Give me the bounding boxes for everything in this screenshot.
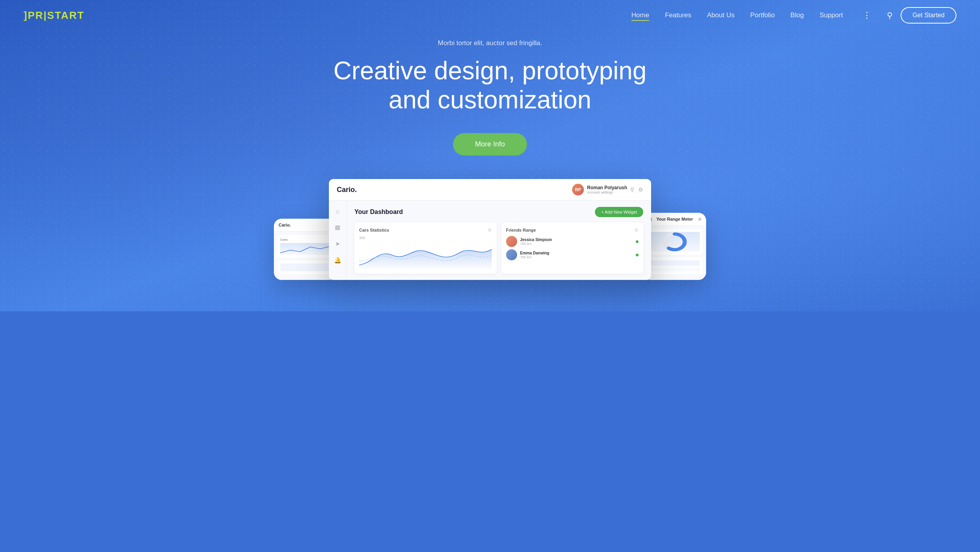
phone-left-card2 (277, 260, 334, 274)
dashboard-user: RP Roman Polyarush Account settings ⚲ ⚙ (572, 184, 643, 196)
dashboard-logo: Cario. (337, 186, 357, 194)
nav-item-portfolio[interactable]: Portfolio (750, 11, 774, 19)
dashboard-username: Roman Polyarush (587, 185, 627, 190)
phone-right-menu-icon: ≡ (698, 216, 701, 222)
cars-card-title: Cars Statistics (359, 228, 389, 232)
emma-name: Emma Danwing (520, 251, 549, 255)
more-info-button[interactable]: More Info (453, 133, 527, 155)
nav-link-features[interactable]: Features (665, 11, 691, 19)
dashboard-avatar: RP (572, 184, 584, 196)
dashboard-icons: ⚲ ⚙ (630, 186, 643, 193)
phone-left-header: Cario. ≡ (274, 219, 337, 232)
add-widget-button[interactable]: + Add New Widget (595, 207, 643, 217)
dashboard-preview: Cario. ≡ Cario. Cari (0, 179, 980, 280)
phone-right: ◁ Your Range Meter ≡ (643, 213, 706, 280)
phone-left-body: Cario. (274, 232, 337, 280)
emma-avatar (506, 249, 517, 260)
dashboard-body: ⌂ ▦ ➤ 🔔 Your Dashboard + Add New Widget (329, 201, 651, 280)
cars-card-menu-icon[interactable]: ⚙ (488, 227, 492, 233)
nav-links: Home Features About Us Portfolio Blog Su… (631, 10, 871, 20)
phone-left-card: Cario. (277, 235, 334, 258)
dashboard-search-icon[interactable]: ⚲ (630, 186, 634, 193)
phone-left-logo: Cario. (279, 223, 291, 227)
hero-subtitle: Morbi tortor elit, auctor sed fringilla. (334, 39, 647, 47)
phone-right-card (646, 229, 703, 255)
nav-link-blog[interactable]: Blog (791, 11, 804, 19)
friends-card-header: Friends Range ⚙ (506, 227, 639, 233)
nav-link-home[interactable]: Home (631, 11, 649, 21)
get-started-button[interactable]: Get Started (901, 7, 956, 24)
friend-emma: Emma Danwing 785 km (506, 249, 639, 260)
phone-left-card-title: Cario. (280, 238, 330, 241)
nav-item-support[interactable]: Support (820, 11, 843, 19)
nav-link-portfolio[interactable]: Portfolio (750, 11, 774, 19)
dashboard-main-content: Your Dashboard + Add New Widget Cars Sta… (347, 201, 651, 280)
emma-dist: 785 km (520, 255, 549, 259)
friends-range-card: Friends Range ⚙ Jessica Simpson 785 km (501, 223, 644, 274)
emma-info: Emma Danwing 785 km (520, 251, 549, 259)
nav-item-blog[interactable]: Blog (791, 11, 804, 19)
nav-more-dots[interactable]: ⋮ (863, 10, 871, 20)
friends-card-title: Friends Range (506, 228, 536, 232)
phone-right-body (643, 226, 706, 280)
jessica-status-dot (636, 240, 639, 243)
nav-link-about[interactable]: About Us (707, 11, 734, 19)
cars-statistics-card: Cars Statistics ⚙ 300 (354, 223, 497, 274)
sidebar-home-icon[interactable]: ⌂ (333, 207, 342, 215)
dashboard-user-info: Roman Polyarush Account settings (587, 185, 627, 194)
cars-chart (359, 241, 492, 269)
cars-card-header: Cars Statistics ⚙ (359, 227, 492, 233)
jessica-info: Jessica Simpson 785 km (520, 238, 552, 246)
search-icon[interactable]: ⚲ (887, 11, 893, 20)
phone-left-mini-chart (280, 243, 330, 255)
dashboard-section-title: Your Dashboard (354, 208, 403, 216)
dashboard-user-role: Account settings (587, 190, 627, 194)
hero-section: Morbi tortor elit, auctor sed fringilla.… (0, 0, 980, 311)
phone-right-title: Your Range Meter (656, 217, 693, 221)
phone-left: Cario. ≡ Cario. (274, 219, 337, 280)
dashboard-main: Cario. RP Roman Polyarush Account settin… (329, 179, 651, 280)
phone-right-mini-chart (650, 232, 700, 252)
emma-status-dot (636, 254, 639, 256)
logo-bracket: ] (24, 9, 28, 21)
sidebar-arrow-icon[interactable]: ➤ (333, 239, 342, 248)
sidebar-bell-icon[interactable]: 🔔 (333, 256, 342, 265)
dashboard-section-header: Your Dashboard + Add New Widget (354, 207, 643, 217)
phone-right-card2 (646, 257, 703, 274)
cars-y-label: 300 (359, 236, 492, 240)
logo[interactable]: ]PR|START (24, 9, 84, 22)
friends-list: Jessica Simpson 785 km Emma Danwing (506, 236, 639, 260)
hero-content: Morbi tortor elit, auctor sed fringilla.… (326, 39, 655, 155)
nav-item-home[interactable]: Home (631, 11, 649, 19)
friend-jessica: Jessica Simpson 785 km (506, 236, 639, 247)
jessica-name: Jessica Simpson (520, 238, 552, 242)
navbar: ]PR|START Home Features About Us Portfol… (0, 0, 980, 31)
nav-right: ⚲ Get Started (887, 7, 956, 24)
dashboard-topbar: Cario. RP Roman Polyarush Account settin… (329, 179, 651, 201)
sidebar-calendar-icon[interactable]: ▦ (333, 223, 342, 232)
hero-title: Creative design, prototypingand customiz… (334, 57, 647, 114)
dashboard-sidebar: ⌂ ▦ ➤ 🔔 (329, 201, 347, 280)
nav-link-support[interactable]: Support (820, 11, 843, 19)
jessica-avatar (506, 236, 517, 247)
dashboard-settings-icon[interactable]: ⚙ (638, 186, 643, 193)
dashboard-cards: Cars Statistics ⚙ 300 (354, 223, 643, 274)
jessica-dist: 785 km (520, 242, 552, 246)
nav-item-features[interactable]: Features (665, 11, 691, 19)
nav-item-about[interactable]: About Us (707, 11, 734, 19)
friends-card-menu-icon[interactable]: ⚙ (634, 227, 639, 233)
phone-right-header: ◁ Your Range Meter ≡ (643, 213, 706, 226)
